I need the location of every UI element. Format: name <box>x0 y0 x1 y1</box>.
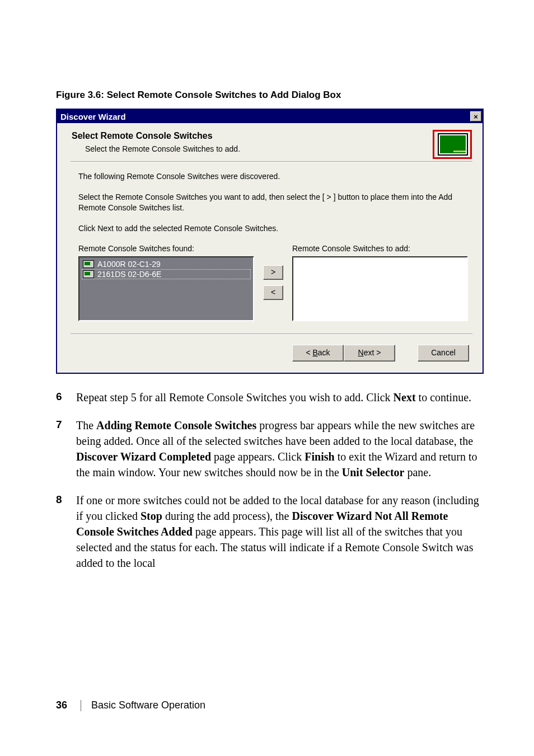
list-item[interactable]: 2161DS 02-D6-6E <box>82 269 251 279</box>
list-item: 6 Repeat step 5 for all Remote Console S… <box>56 389 484 405</box>
step-text: If one or more switches could not be add… <box>76 492 484 571</box>
dialog-subheading: Select the Remote Console Switches to ad… <box>85 144 240 153</box>
page-number: 36 <box>56 699 67 711</box>
arrow-column: > < <box>263 265 283 300</box>
step-number: 7 <box>56 417 76 480</box>
dialog-heading: Select Remote Console Switches <box>72 131 240 141</box>
step-text: Repeat step 5 for all Remote Console Swi… <box>76 389 471 405</box>
instruction-list: 6 Repeat step 5 for all Remote Console S… <box>56 389 484 571</box>
dialog-body-text-2: Select the Remote Console Switches you w… <box>78 192 468 213</box>
back-button[interactable]: < Back <box>292 345 344 361</box>
cancel-button[interactable]: Cancel <box>418 345 469 361</box>
list-item-label: 2161DS 02-D6-6E <box>97 270 161 279</box>
wizard-icon <box>435 131 470 158</box>
switch-icon <box>83 260 94 268</box>
back-label: ack <box>318 348 330 357</box>
list-item[interactable]: A1000R 02-C1-29 <box>82 259 251 269</box>
next-button[interactable]: Next > <box>344 345 395 361</box>
next-label: ext <box>364 348 374 357</box>
footer-divider <box>81 700 81 711</box>
list-item-label: A1000R 02-C1-29 <box>97 260 161 269</box>
dialog-body: The following Remote Console Switches we… <box>71 171 472 321</box>
move-right-button[interactable]: > <box>263 265 283 280</box>
wizard-button-row: < Back Next > Cancel <box>71 345 472 361</box>
section-title: Basic Software Operation <box>91 699 205 711</box>
document-page: Figure 3.6: Select Remote Console Switch… <box>0 0 534 756</box>
list-item: 7 The Adding Remote Console Switches pro… <box>56 417 484 480</box>
add-listbox[interactable] <box>292 256 468 321</box>
add-list-column: Remote Console Switches to add: <box>292 244 468 321</box>
dual-list-row: Remote Console Switches found: A1000R 02… <box>78 244 468 321</box>
dialog-body-text-1: The following Remote Console Switches we… <box>78 171 468 182</box>
dialog-header-row: Select Remote Console Switches Select th… <box>71 129 472 158</box>
found-list-label: Remote Console Switches found: <box>78 244 254 253</box>
dialog-title: Discover Wizard <box>60 112 126 121</box>
wizard-icon-detail <box>453 151 466 152</box>
add-list-label: Remote Console Switches to add: <box>292 244 468 253</box>
figure-caption: Figure 3.6: Select Remote Console Switch… <box>56 90 484 101</box>
dialog-separator <box>71 161 472 162</box>
dialog-inner: Select Remote Console Switches Select th… <box>57 123 483 373</box>
step-number: 6 <box>56 389 76 405</box>
close-button[interactable]: × <box>470 111 481 121</box>
dialog-titlebar: Discover Wizard × <box>57 110 483 123</box>
found-list-column: Remote Console Switches found: A1000R 02… <box>78 244 254 321</box>
dialog-separator <box>71 334 472 335</box>
step-number: 8 <box>56 492 76 571</box>
dialog-body-text-3: Click Next to add the selected Remote Co… <box>78 223 468 234</box>
found-listbox[interactable]: A1000R 02-C1-29 2161DS 02-D6-6E <box>78 256 254 321</box>
list-item: 8 If one or more switches could not be a… <box>56 492 484 571</box>
page-footer: 36 Basic Software Operation <box>56 699 205 711</box>
move-left-button[interactable]: < <box>263 285 283 300</box>
switch-icon <box>83 270 94 278</box>
monitor-icon <box>438 133 468 156</box>
dialog-header-text: Select Remote Console Switches Select th… <box>71 129 240 158</box>
discover-wizard-dialog: Discover Wizard × Select Remote Console … <box>56 109 484 374</box>
step-text: The Adding Remote Console Switches progr… <box>76 417 484 480</box>
